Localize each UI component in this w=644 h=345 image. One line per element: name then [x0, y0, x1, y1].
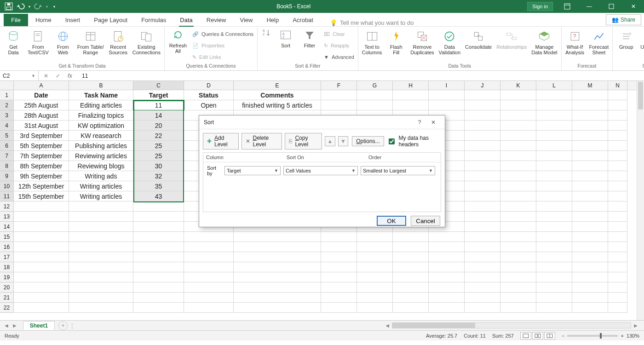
cell[interactable]	[572, 191, 608, 201]
cell[interactable]	[608, 232, 627, 242]
sort-on-select[interactable]: Cell Values▼	[283, 166, 358, 175]
row-header[interactable]: 15	[0, 232, 14, 242]
formula-input[interactable]: 11	[77, 73, 88, 79]
cell[interactable]	[69, 212, 133, 222]
cell[interactable]: Writing ads	[69, 171, 133, 181]
cell[interactable]	[393, 282, 429, 293]
cell[interactable]	[465, 90, 500, 100]
cell[interactable]	[536, 181, 572, 191]
sort-order-select[interactable]: Smallest to Largest▼	[361, 166, 435, 175]
cell[interactable]	[465, 181, 500, 191]
tab-help[interactable]: Help	[260, 14, 285, 26]
headers-checkbox-input[interactable]	[389, 138, 395, 144]
cell[interactable]	[536, 222, 572, 232]
cell[interactable]	[184, 282, 234, 293]
dialog-close-button[interactable]: ✕	[426, 119, 440, 126]
cell[interactable]	[465, 201, 500, 212]
cell[interactable]: 11	[133, 100, 184, 110]
cell[interactable]	[465, 151, 500, 161]
cell[interactable]	[429, 262, 465, 272]
tab-review[interactable]: Review	[200, 14, 233, 26]
cell[interactable]	[500, 222, 536, 232]
cell[interactable]: 43	[133, 191, 184, 201]
cell[interactable]	[500, 293, 536, 303]
data-validation-button[interactable]: Data Validation	[439, 28, 461, 55]
cell[interactable]	[536, 90, 572, 100]
cell[interactable]	[572, 161, 608, 171]
row-header[interactable]: 1	[0, 90, 14, 100]
cell[interactable]: 32	[133, 171, 184, 181]
view-page-break-button[interactable]	[544, 332, 555, 339]
cell[interactable]	[572, 303, 608, 313]
cell[interactable]	[500, 171, 536, 181]
cell[interactable]	[429, 282, 465, 293]
cell[interactable]	[536, 171, 572, 181]
manage-data-model-button[interactable]: Manage Data Model	[531, 28, 557, 55]
cell[interactable]	[69, 252, 133, 262]
zoom-out-icon[interactable]: −	[562, 333, 564, 339]
cell[interactable]	[133, 303, 184, 313]
cell[interactable]	[608, 151, 627, 161]
cell[interactable]	[465, 100, 500, 110]
chevron-down-icon[interactable]: ▼	[31, 74, 35, 78]
cell[interactable]	[500, 242, 536, 252]
cell[interactable]	[429, 90, 465, 100]
cell[interactable]	[500, 151, 536, 161]
cell[interactable]	[536, 100, 572, 110]
cell[interactable]: 25	[133, 151, 184, 161]
cell[interactable]	[500, 141, 536, 151]
cell[interactable]	[357, 293, 393, 303]
cell[interactable]	[500, 131, 536, 141]
tab-page-layout[interactable]: Page Layout	[87, 14, 134, 26]
cell[interactable]	[184, 272, 234, 282]
scroll-right-icon[interactable]: ►	[631, 322, 640, 329]
from-web-button[interactable]: From Web	[53, 28, 73, 55]
cell[interactable]	[429, 293, 465, 303]
cell[interactable]	[500, 232, 536, 242]
cell[interactable]	[184, 252, 234, 262]
cell[interactable]	[608, 161, 627, 171]
tab-insert[interactable]: Insert	[59, 14, 87, 26]
undo-icon[interactable]	[17, 2, 25, 11]
cell[interactable]	[572, 110, 608, 121]
col-C[interactable]: C	[133, 81, 184, 90]
cell[interactable]: 22	[133, 131, 184, 141]
cell[interactable]	[608, 272, 627, 282]
maximize-button[interactable]	[601, 0, 622, 13]
cell[interactable]	[357, 100, 393, 110]
cell[interactable]	[572, 232, 608, 242]
cell[interactable]	[357, 282, 393, 293]
cell[interactable]	[69, 232, 133, 242]
cell[interactable]	[393, 232, 429, 242]
cell[interactable]	[465, 171, 500, 181]
zoom-slider[interactable]	[567, 335, 618, 337]
row-header[interactable]: 12	[0, 201, 14, 212]
row-header[interactable]: 19	[0, 272, 14, 282]
row-header[interactable]: 6	[0, 141, 14, 151]
sheet-tab[interactable]: Sheet1	[23, 321, 55, 330]
tell-me-search[interactable]: 💡 Tell me what you want to do	[330, 19, 414, 26]
row-header[interactable]: 16	[0, 242, 14, 252]
cell[interactable]	[572, 282, 608, 293]
properties-button[interactable]: 📄Properties	[192, 40, 253, 51]
cell[interactable]	[572, 212, 608, 222]
row-header[interactable]: 7	[0, 151, 14, 161]
cell[interactable]	[500, 100, 536, 110]
tab-home[interactable]: Home	[29, 14, 58, 26]
col-M[interactable]: M	[572, 81, 608, 90]
filter-button[interactable]: Filter	[300, 27, 319, 48]
queries-connections-button[interactable]: 🔗Queries & Connections	[192, 29, 253, 39]
headers-checkbox[interactable]: My data has headers	[387, 135, 441, 148]
cell[interactable]	[608, 303, 627, 313]
cell[interactable]	[14, 222, 69, 232]
col-G[interactable]: G	[357, 81, 393, 90]
cell[interactable]	[536, 151, 572, 161]
cell[interactable]	[572, 131, 608, 141]
cell[interactable]	[572, 262, 608, 272]
text-to-columns-button[interactable]: Text to Columns	[362, 28, 382, 55]
cell[interactable]	[321, 293, 357, 303]
cell[interactable]: Comments	[234, 90, 321, 100]
cell[interactable]	[234, 242, 321, 252]
cell[interactable]	[321, 232, 357, 242]
move-up-button[interactable]: ▲	[325, 136, 335, 146]
